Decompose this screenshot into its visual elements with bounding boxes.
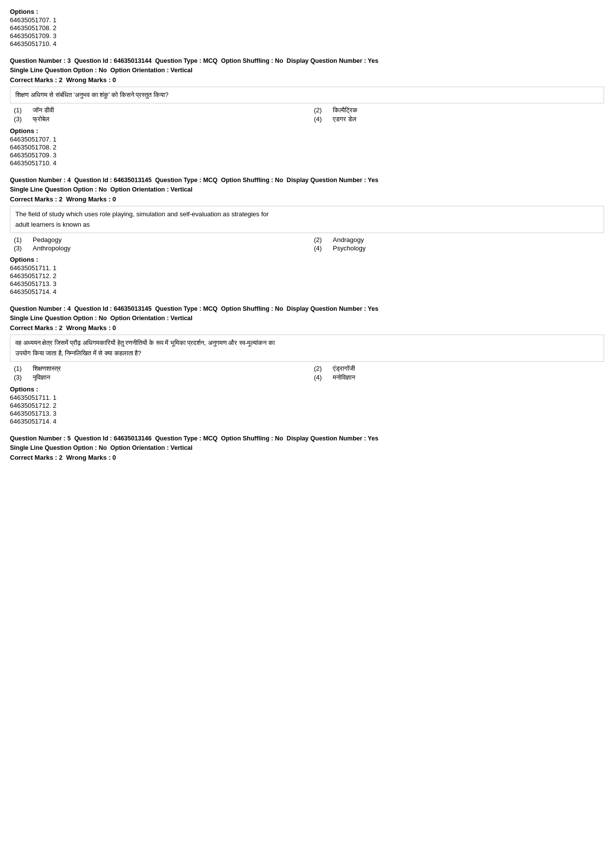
option-row-2: (2) Andragogy — [314, 236, 604, 243]
option-text: किल्पैट्रिक — [333, 106, 358, 114]
options-grid: (1) Pedagogy (2) Andragogy (3) Anthropol… — [10, 236, 604, 252]
option-row-3: (3) फ्रोबेल — [14, 115, 304, 123]
option-row-1: (1) जॉन डीवी — [14, 106, 304, 114]
option-text: नृविज्ञान — [33, 374, 50, 382]
option-item: 64635051711. 1 — [10, 394, 604, 401]
option-text: एडगर डेल — [333, 115, 357, 123]
option-text: Andragogy — [333, 236, 364, 243]
option-item: 64635051709. 3 — [10, 32, 604, 40]
top-options-section: Options : 64635051707. 1 64635051708. 2 … — [10, 8, 604, 48]
option-text: फ्रोबेल — [33, 115, 50, 123]
options-label: Options : — [10, 127, 604, 135]
option-num: (1) — [14, 236, 28, 243]
option-row-3: (3) नृविज्ञान — [14, 374, 304, 382]
options-label: Options : — [10, 256, 604, 263]
option-row-1: (1) Pedagogy — [14, 236, 304, 243]
option-item: 64635051714. 4 — [10, 418, 604, 425]
question-meta: Question Number : 4 Question Id : 646350… — [10, 176, 604, 194]
option-num: (3) — [14, 244, 28, 252]
option-text: Anthropology — [33, 244, 71, 252]
question-meta: Question Number : 4 Question Id : 646350… — [10, 304, 604, 323]
question-body: The field of study which uses role playi… — [15, 210, 269, 228]
question-text: The field of study which uses role playi… — [10, 206, 604, 234]
option-num: (4) — [314, 244, 328, 252]
question-5-section: Question Number : 5 Question Id : 646350… — [10, 434, 604, 461]
option-item: 64635051709. 3 — [10, 151, 604, 159]
question-text: शिक्षण अधिगम से संबंधित 'अनुभव का शंकु' … — [10, 87, 604, 104]
option-item: 64635051708. 2 — [10, 144, 604, 151]
option-item: 64635051713. 3 — [10, 410, 604, 417]
meta-line1: Question Number : 4 Question Id : 646350… — [10, 177, 378, 184]
meta-line2: Single Line Question Option : No Option … — [10, 186, 193, 193]
option-text: शिक्षणशास्त्र — [33, 365, 61, 373]
question-meta: Question Number : 5 Question Id : 646350… — [10, 434, 604, 453]
correct-marks: Correct Marks : 2 Wrong Marks : 0 — [10, 324, 604, 332]
option-num: (4) — [314, 115, 328, 123]
option-text: Pedagogy — [33, 236, 62, 243]
options-label: Options : — [10, 386, 604, 393]
option-row-2: (2) एंड्रागॉजी — [314, 365, 604, 373]
option-text: जॉन डीवी — [33, 106, 54, 114]
option-num: (3) — [14, 115, 28, 123]
option-item: 64635051712. 2 — [10, 272, 604, 280]
question-body: वह अध्ययन क्षेत्र जिसमें प्रौढ़ अधिगमकार… — [15, 339, 275, 357]
option-item: 64635051711. 1 — [10, 264, 604, 272]
option-num: (1) — [14, 106, 28, 114]
correct-marks: Correct Marks : 2 Wrong Marks : 0 — [10, 195, 604, 203]
option-num: (4) — [314, 374, 328, 382]
option-num: (1) — [14, 365, 28, 373]
option-row-2: (2) किल्पैट्रिक — [314, 106, 604, 114]
correct-marks: Correct Marks : 2 Wrong Marks : 0 — [10, 76, 604, 84]
question-meta: Question Number : 3 Question Id : 646350… — [10, 56, 604, 75]
option-item: 64635051714. 4 — [10, 288, 604, 295]
option-row-1: (1) शिक्षणशास्त्र — [14, 365, 304, 373]
question-text: वह अध्ययन क्षेत्र जिसमें प्रौढ़ अधिगमकार… — [10, 335, 604, 362]
option-item: 64635051708. 2 — [10, 24, 604, 32]
option-num: (2) — [314, 106, 328, 114]
option-item: 64635051712. 2 — [10, 402, 604, 409]
option-num: (2) — [314, 236, 328, 243]
option-row-4: (4) एडगर डेल — [314, 115, 604, 123]
meta-line2: Single Line Question Option : No Option … — [10, 444, 193, 451]
option-text: एंड्रागॉजी — [333, 365, 355, 373]
question-4-hindi-section: Question Number : 4 Question Id : 646350… — [10, 304, 604, 425]
option-num: (3) — [14, 374, 28, 382]
option-item: 64635051710. 4 — [10, 159, 604, 167]
option-text: मनोविज्ञान — [333, 374, 355, 382]
option-row-4: (4) मनोविज्ञान — [314, 374, 604, 382]
options-label: Options : — [10, 8, 604, 15]
option-row-3: (3) Anthropology — [14, 244, 304, 252]
option-item: 64635051710. 4 — [10, 40, 604, 48]
question-body: शिक्षण अधिगम से संबंधित 'अनुभव का शंकु' … — [15, 91, 168, 98]
meta-line1: Question Number : 4 Question Id : 646350… — [10, 305, 378, 312]
option-item: 64635051707. 1 — [10, 136, 604, 143]
meta-line2: Single Line Question Option : No Option … — [10, 315, 193, 322]
meta-line2: Single Line Question Option : No Option … — [10, 67, 193, 74]
option-text: Psychology — [333, 244, 365, 252]
options-grid: (1) जॉन डीवी (2) किल्पैट्रिक (3) फ्रोबेल… — [10, 106, 604, 123]
meta-line1: Question Number : 5 Question Id : 646350… — [10, 435, 378, 442]
option-item: 64635051707. 1 — [10, 16, 604, 24]
option-num: (2) — [314, 365, 328, 373]
option-row-4: (4) Psychology — [314, 244, 604, 252]
question-3-section: Question Number : 3 Question Id : 646350… — [10, 56, 604, 167]
meta-line1: Question Number : 3 Question Id : 646350… — [10, 57, 378, 64]
option-item: 64635051713. 3 — [10, 280, 604, 288]
correct-marks: Correct Marks : 2 Wrong Marks : 0 — [10, 454, 604, 461]
question-4-english-section: Question Number : 4 Question Id : 646350… — [10, 176, 604, 295]
options-grid: (1) शिक्षणशास्त्र (2) एंड्रागॉजी (3) नृव… — [10, 365, 604, 382]
